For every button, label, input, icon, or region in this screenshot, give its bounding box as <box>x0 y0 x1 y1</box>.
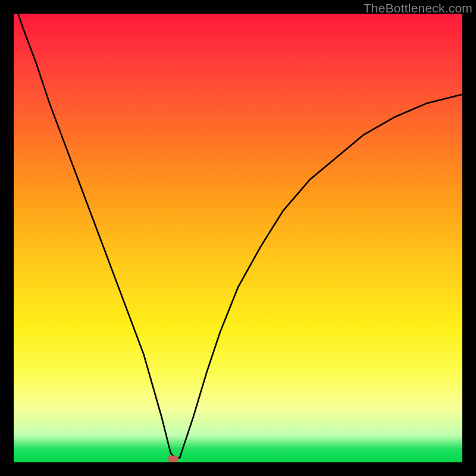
plot-area <box>14 14 462 462</box>
bottleneck-curve <box>14 14 462 458</box>
curve-svg <box>14 14 462 462</box>
watermark-text: TheBottleneck.com <box>364 1 472 15</box>
optimal-point-marker <box>168 455 178 462</box>
chart-frame: TheBottleneck.com <box>0 0 476 476</box>
